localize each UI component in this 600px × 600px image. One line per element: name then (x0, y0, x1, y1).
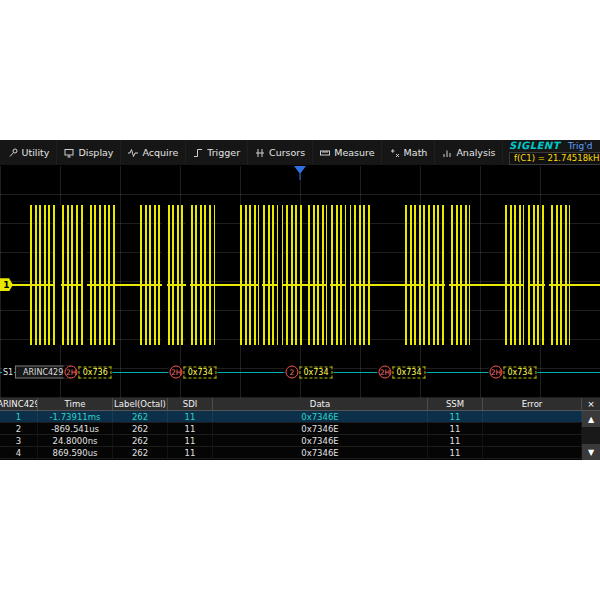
menu-cursors-label: Cursors (269, 147, 305, 158)
menu-cursors[interactable]: Cursors (248, 140, 313, 165)
decode-frame-label: 2H (489, 366, 502, 379)
table-row[interactable]: 2 -869.541us 262 11 0x7346E 11 (0, 423, 600, 435)
scroll-down-icon[interactable]: ▼ (582, 444, 600, 460)
menu-analysis[interactable]: Analysis (435, 140, 503, 165)
waveform-burst (405, 205, 470, 344)
decode-table-header: ARINC429 Time Label(Octal) SDI Data SSM … (0, 398, 600, 411)
col-header-arinc429: ARINC429 (0, 398, 38, 410)
table-scrollbar: × ▲ ▼ (582, 398, 600, 460)
channel-1-badge[interactable]: 1 (0, 278, 13, 291)
col-header-time: Time (38, 398, 113, 410)
cell-time: 869.590us (38, 447, 113, 458)
cell-sdi: 11 (168, 411, 213, 422)
cell-error (483, 423, 582, 434)
waveform-burst (308, 205, 370, 344)
cell-sdi: 11 (168, 435, 213, 446)
menubar-status-area: SIGLENT Trig'd f(C1) = 21.74518kHz ARINC… (503, 140, 600, 165)
cell-error (483, 435, 582, 446)
menu-math[interactable]: Math (382, 140, 435, 165)
cell-error (483, 411, 582, 422)
wrench-icon (7, 147, 19, 159)
cell-index: 4 (0, 447, 38, 458)
menu-acquire-label: Acquire (142, 147, 178, 158)
trigger-position-stem (300, 174, 301, 180)
decode-table: ARINC429 Time Label(Octal) SDI Data SSM … (0, 398, 600, 460)
col-header-ssm: SSM (428, 398, 483, 410)
decode-frame-value: 0x736 (79, 366, 112, 378)
cell-ssm: 11 (428, 423, 483, 434)
screenshot-canvas: Utility Display Acquire Trigger Cursors … (0, 0, 600, 600)
col-header-label-octal: Label(Octal) (113, 398, 168, 410)
waveform-burst (140, 205, 215, 344)
cell-error (483, 447, 582, 458)
cell-time: -1.73911ms (38, 411, 113, 422)
oscilloscope-window: Utility Display Acquire Trigger Cursors … (0, 140, 600, 460)
menu-analysis-label: Analysis (456, 147, 495, 158)
decode-frame: 2H 0x734 (488, 366, 537, 379)
waveform-burst (240, 205, 302, 344)
table-row[interactable]: 3 24.8000ns 262 11 0x7346E 11 (0, 435, 600, 447)
cell-ssm: 11 (428, 411, 483, 422)
cell-label-octal: 262 (113, 447, 168, 458)
cell-time: 24.8000ns (38, 435, 113, 446)
cursors-icon (254, 147, 266, 159)
cell-ssm: 11 (428, 447, 483, 458)
trigger-status: Trig'd (568, 141, 592, 151)
siglent-logo: SIGLENT (509, 140, 560, 151)
cell-time: -869.541us (38, 423, 113, 434)
waveform-display: 1 S1 ARINC429 2H 0x736 2H 0x734 2 0x734 (0, 166, 600, 398)
col-header-sdi: SDI (168, 398, 213, 410)
decode-bus-strip: S1 ARINC429 2H 0x736 2H 0x734 2 0x734 2H… (0, 363, 600, 381)
decode-frame-label: 2H (65, 366, 78, 379)
cell-data: 0x7346E (213, 423, 428, 434)
cell-label-octal: 262 (113, 411, 168, 422)
menu-display[interactable]: Display (57, 140, 121, 165)
scroll-up-icon[interactable]: ▲ (582, 411, 600, 427)
cell-data: 0x7346E (213, 411, 428, 422)
menu-bar: Utility Display Acquire Trigger Cursors … (0, 140, 600, 166)
decode-frame-value: 0x734 (392, 366, 425, 378)
decode-frame-label: 2H (170, 366, 183, 379)
col-header-error: Error (483, 398, 582, 410)
decode-frame: 2H 0x734 (169, 366, 218, 379)
cell-data: 0x7346E (213, 447, 428, 458)
menu-trigger-label: Trigger (207, 147, 240, 158)
decode-frame-value: 0x734 (299, 366, 332, 378)
menu-utility-label: Utility (22, 147, 50, 158)
bar-chart-icon (441, 147, 453, 159)
waveform-icon (127, 147, 139, 159)
table-row[interactable]: 4 869.590us 262 11 0x7346E 11 (0, 447, 600, 459)
trigger-position-marker[interactable] (294, 166, 306, 174)
decode-frame: 2H 0x736 (64, 366, 113, 379)
pulse-edge-icon (192, 147, 204, 159)
decode-frame-label: 2H (378, 366, 391, 379)
monitor-icon (63, 147, 75, 159)
close-icon[interactable]: × (582, 398, 600, 411)
waveform-burst (30, 205, 115, 344)
menu-display-label: Display (78, 147, 113, 158)
col-header-data: Data (213, 398, 428, 410)
cell-ssm: 11 (428, 435, 483, 446)
table-row[interactable]: 1 -1.73911ms 262 11 0x7346E 11 (0, 411, 600, 423)
plus-times-icon (389, 147, 401, 159)
menu-acquire[interactable]: Acquire (121, 140, 186, 165)
decode-frame-value: 0x734 (503, 366, 536, 378)
decode-frame-label: 2 (285, 366, 298, 379)
waveform-burst (505, 205, 570, 344)
scrollbar-track[interactable] (582, 427, 600, 444)
decode-frame: 2H 0x734 (377, 366, 426, 379)
frequency-readout: f(C1) = 21.74518kHz (509, 152, 600, 165)
cell-label-octal: 262 (113, 435, 168, 446)
decode-bus-label: S1 (2, 368, 14, 377)
status-cluster: SIGLENT Trig'd f(C1) = 21.74518kHz (503, 140, 600, 165)
decode-frame-value: 0x734 (184, 366, 217, 378)
menu-utility[interactable]: Utility (0, 140, 57, 165)
menu-math-label: Math (404, 147, 428, 158)
cell-sdi: 11 (168, 423, 213, 434)
menu-trigger[interactable]: Trigger (186, 140, 248, 165)
cell-data: 0x7346E (213, 435, 428, 446)
cell-index: 1 (0, 411, 38, 422)
cell-label-octal: 262 (113, 423, 168, 434)
menu-measure[interactable]: Measure (313, 140, 382, 165)
decode-frame: 2 0x734 (284, 366, 333, 379)
